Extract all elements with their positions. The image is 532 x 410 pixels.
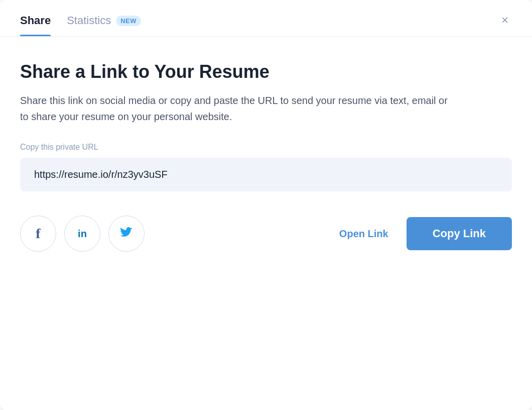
facebook-icon: f <box>36 226 40 242</box>
right-actions: Open Link Copy Link <box>333 217 512 250</box>
url-box[interactable]: https://resume.io/r/nz3yv3uSF <box>20 158 512 191</box>
facebook-button[interactable]: f <box>20 216 56 252</box>
modal-header: Share Statistics NEW × <box>0 0 532 37</box>
actions-row: f in Open Link Copy Link <box>20 216 512 252</box>
tab-share[interactable]: Share <box>20 14 51 36</box>
open-link-button[interactable]: Open Link <box>333 228 394 240</box>
tab-statistics-label: Statistics <box>67 14 111 27</box>
twitter-button[interactable] <box>108 216 145 252</box>
main-title: Share a Link to Your Resume <box>20 61 512 82</box>
tab-statistics[interactable]: Statistics NEW <box>67 14 141 36</box>
share-modal: Share Statistics NEW × Share a Link to Y… <box>0 0 532 410</box>
new-badge: NEW <box>116 16 141 26</box>
linkedin-button[interactable]: in <box>64 216 100 252</box>
twitter-icon <box>120 227 133 240</box>
copy-link-button[interactable]: Copy Link <box>407 217 512 250</box>
social-icons: f in <box>20 216 145 252</box>
url-label: Copy this private URL <box>20 143 512 152</box>
close-button[interactable]: × <box>496 11 514 29</box>
open-link-label: Open Link <box>339 228 388 239</box>
modal-body: Share a Link to Your Resume Share this l… <box>0 37 532 272</box>
close-icon: × <box>501 13 508 27</box>
copy-link-label: Copy Link <box>433 227 486 240</box>
linkedin-icon: in <box>78 228 87 240</box>
description-text: Share this link on social media or copy … <box>20 92 452 125</box>
tab-share-label: Share <box>20 14 51 27</box>
